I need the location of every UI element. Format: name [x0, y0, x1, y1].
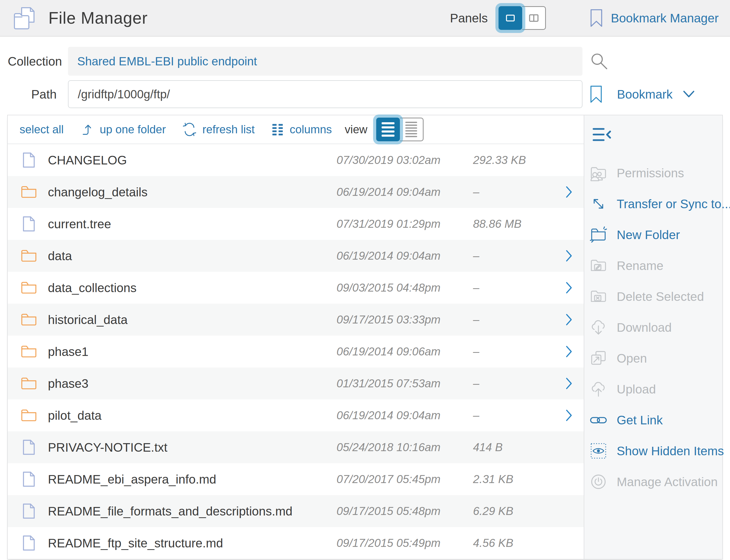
file-name: historical_data [48, 313, 336, 327]
file-size: 4.56 KB [465, 537, 554, 549]
file-date: 05/24/2018 10:16am [336, 441, 465, 454]
file-name: phase1 [48, 345, 336, 359]
sidebar-action-label: Manage Activation [617, 475, 718, 489]
table-row[interactable]: historical_data 09/17/2015 03:33pm – [8, 304, 584, 336]
up-arrow-icon [80, 123, 94, 136]
table-row[interactable]: CHANGELOG 07/30/2019 03:02am 292.33 KB [8, 144, 584, 176]
table-row[interactable]: data 06/19/2014 09:04am – [8, 240, 584, 272]
get-link-icon [590, 412, 607, 428]
sidebar-action-transfer-or-sync-to[interactable]: Transfer or Sync to... [584, 188, 722, 219]
file-date: 09/17/2015 05:49pm [336, 537, 465, 549]
file-size: 88.86 MB [465, 217, 554, 230]
file-icon [22, 503, 36, 520]
refresh-list-button[interactable]: refresh list [182, 122, 255, 137]
table-row[interactable]: pilot_data 06/19/2014 09:04am – [8, 399, 584, 431]
sidebar-action-label: Delete Selected [617, 290, 704, 304]
show-hidden-icon [590, 442, 607, 459]
sidebar-action-new-folder[interactable]: New Folder [584, 219, 722, 250]
single-panel-button[interactable] [499, 6, 522, 30]
open-folder-chevron-icon[interactable] [554, 378, 584, 389]
folder-icon [21, 281, 37, 294]
table-row[interactable]: phase3 01/31/2015 07:53am – [8, 367, 584, 399]
folder-icon [21, 249, 37, 263]
open-folder-chevron-icon[interactable] [554, 250, 584, 262]
file-size: 6.29 KB [465, 505, 554, 518]
file-date: 09/17/2015 05:48pm [336, 505, 465, 518]
file-date: 07/31/2019 01:29pm [336, 217, 465, 230]
table-row[interactable]: README_ebi_aspera_info.md 07/20/2017 05:… [8, 463, 584, 495]
view-toggle [376, 118, 424, 141]
path-input[interactable]: /gridftp/1000g/ftp/ [68, 80, 583, 108]
table-row[interactable]: changelog_details 06/19/2014 09:04am – [8, 176, 584, 208]
chevron-down-icon [683, 90, 695, 98]
file-size: – [465, 281, 554, 294]
table-row[interactable]: phase1 06/19/2014 09:06am – [8, 336, 584, 367]
collection-label: Collection [8, 54, 57, 68]
action-list: Permissions Transfer or Sync to... New F… [584, 154, 722, 497]
dual-panel-icon [526, 10, 542, 26]
file-name: README_file_formats_and_descriptions.md [48, 504, 336, 518]
search-icon[interactable] [590, 52, 609, 71]
file-size: – [465, 186, 554, 198]
sidebar-action-label: Upload [617, 382, 656, 396]
panels-toggle [499, 6, 546, 30]
refresh-list-label: refresh list [202, 123, 255, 136]
sidebar-action-permissions: Permissions [584, 157, 722, 188]
dual-panel-button[interactable] [522, 6, 546, 30]
file-date: 07/30/2019 03:02am [336, 154, 465, 167]
table-row[interactable]: current.tree 07/31/2019 01:29pm 88.86 MB [8, 208, 584, 240]
open-folder-chevron-icon[interactable] [554, 282, 584, 294]
panels-label: Panels [450, 11, 488, 25]
file-date: 09/03/2015 04:48pm [336, 281, 465, 294]
file-icon [22, 439, 36, 456]
app-header: File Manager Panels Bookmark Manager [0, 0, 730, 37]
bookmark-manager-link[interactable]: Bookmark Manager [590, 9, 719, 27]
folder-icon [21, 185, 37, 199]
file-name: current.tree [48, 217, 336, 231]
table-row[interactable]: README_ftp_site_structure.md 09/17/2015 … [8, 527, 584, 559]
sidebar-action-get-link[interactable]: Get Link [584, 405, 722, 435]
collapse-panel-icon[interactable] [592, 127, 612, 142]
open-folder-chevron-icon[interactable] [554, 409, 584, 421]
file-size: 414 B [465, 441, 554, 454]
download-icon [590, 319, 607, 336]
view-list-button[interactable] [376, 118, 400, 141]
select-all-button[interactable]: select all [20, 123, 64, 136]
path-value: /gridftp/1000g/ftp/ [78, 87, 170, 101]
transfer-icon [590, 195, 607, 212]
main-panel: select all up one folder refresh list [7, 115, 723, 559]
open-folder-chevron-icon[interactable] [554, 346, 584, 357]
new-folder-icon [590, 226, 607, 243]
up-one-folder-button[interactable]: up one folder [80, 123, 166, 136]
table-row[interactable]: data_collections 09/03/2015 04:48pm – [8, 272, 584, 304]
file-icon [22, 471, 36, 488]
view-label: view [345, 123, 368, 136]
file-date: 06/19/2014 09:06am [336, 345, 465, 358]
sidebar-action-label: Rename [617, 259, 663, 273]
sidebar-action-open: Open [584, 343, 722, 374]
columns-label: columns [290, 123, 332, 136]
file-name: data_collections [48, 281, 336, 295]
manage-activation-icon [590, 473, 607, 490]
sidebar-action-show-hidden-items[interactable]: Show Hidden Items [584, 435, 722, 466]
single-panel-icon [503, 10, 518, 26]
file-size: – [465, 249, 554, 262]
view-compact-button[interactable] [400, 118, 424, 141]
open-folder-chevron-icon[interactable] [554, 314, 584, 326]
table-row[interactable]: PRIVACY-NOTICE.txt 05/24/2018 10:16am 41… [8, 431, 584, 463]
columns-button[interactable]: columns [271, 123, 332, 136]
sidebar-action-label: Permissions [617, 166, 684, 180]
sidebar-action-label: Get Link [617, 413, 663, 427]
table-row[interactable]: README_file_formats_and_descriptions.md … [8, 495, 584, 527]
open-folder-chevron-icon[interactable] [554, 186, 584, 198]
file-date: 01/31/2015 07:53am [336, 377, 465, 390]
up-one-folder-label: up one folder [100, 123, 166, 136]
file-date: 07/20/2017 05:45pm [336, 473, 465, 486]
file-name: changelog_details [48, 185, 336, 199]
bookmark-icon [590, 85, 603, 103]
collection-input[interactable]: Shared EMBL-EBI public endpoint [68, 47, 583, 76]
sidebar-action-download: Download [584, 312, 722, 343]
bookmark-dropdown[interactable]: Bookmark [590, 85, 695, 103]
sidebar-action-label: Download [617, 320, 672, 335]
file-icon [22, 152, 36, 169]
